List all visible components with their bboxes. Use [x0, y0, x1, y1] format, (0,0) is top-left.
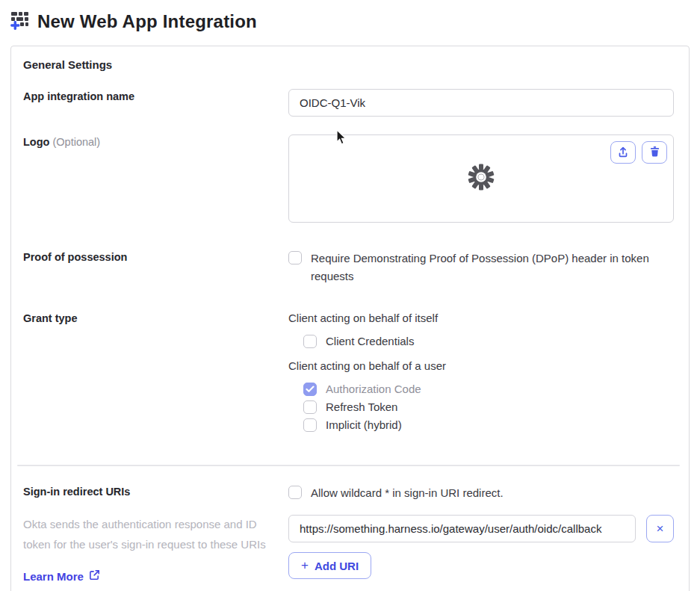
wildcard-checkbox-label: Allow wildcard * in sign-in URI redirect… — [311, 484, 504, 502]
wildcard-checkbox[interactable] — [288, 486, 302, 499]
logo-dropzone[interactable] — [288, 134, 674, 223]
redirect-uri-input[interactable] — [288, 515, 636, 542]
signin-redirect-uris-description: Okta sends the authentication response a… — [23, 514, 270, 554]
delete-logo-button[interactable] — [642, 141, 667, 164]
signin-redirect-uris-label: Sign-in redirect URIs — [23, 483, 288, 498]
app-name-input[interactable] — [288, 89, 674, 117]
section-divider — [17, 465, 680, 466]
upload-icon — [616, 145, 630, 161]
grant-type-label: Grant type — [23, 311, 288, 324]
logo-label: Logo (Optional) — [23, 134, 288, 148]
section-heading: General Settings — [23, 58, 674, 71]
learn-more-link[interactable]: Learn More — [23, 569, 288, 583]
refresh-token-label: Refresh Token — [326, 400, 397, 414]
authorization-code-checkbox[interactable] — [303, 383, 317, 396]
uri-input-row: × — [288, 515, 674, 542]
implicit-hybrid-checkbox[interactable] — [303, 418, 317, 432]
general-settings-card: General Settings App integration name Lo… — [10, 46, 690, 591]
dpop-checkbox-label: Require Demonstrating Proof of Possessio… — [311, 250, 674, 285]
check-icon — [306, 386, 315, 393]
logo-label-text: Logo — [23, 136, 49, 148]
close-icon: × — [657, 522, 664, 535]
app-grid-plus-icon — [10, 10, 30, 33]
upload-logo-button[interactable] — [610, 141, 636, 164]
add-uri-button[interactable]: + Add URI — [288, 552, 371, 579]
add-uri-label: Add URI — [315, 560, 359, 572]
external-link-icon — [89, 569, 100, 583]
authorization-code-label: Authorization Code — [326, 383, 421, 396]
learn-more-label: Learn More — [23, 570, 84, 583]
signin-redirect-uris-row: Sign-in redirect URIs Okta sends the aut… — [23, 483, 674, 591]
page-header: New Web App Integration — [0, 0, 700, 33]
plus-icon: + — [301, 558, 309, 573]
grant-type-row: Grant type Client acting on behalf of it… — [23, 311, 674, 442]
refresh-token-checkbox[interactable] — [303, 400, 317, 414]
trash-icon — [648, 145, 661, 160]
logo-row: Logo (Optional) — [23, 134, 674, 223]
dpop-checkbox[interactable] — [288, 251, 302, 264]
proof-of-possession-label: Proof of possession — [23, 250, 288, 263]
gear-icon — [466, 162, 496, 195]
logo-optional-text: (Optional) — [52, 136, 100, 148]
implicit-hybrid-label: Implicit (hybrid) — [326, 418, 402, 432]
remove-uri-button[interactable]: × — [646, 515, 674, 542]
signin-redirect-uris-right: Allow wildcard * in sign-in URI redirect… — [288, 483, 674, 591]
page-title: New Web App Integration — [37, 11, 257, 32]
app-name-label: App integration name — [23, 89, 288, 102]
client-credentials-checkbox[interactable] — [303, 335, 317, 348]
grant-group-heading-user: Client acting on behalf of a user — [288, 359, 674, 374]
client-credentials-label: Client Credentials — [326, 335, 414, 348]
proof-of-possession-row: Proof of possession Require Demonstratin… — [23, 250, 674, 285]
grant-group-heading-itself: Client acting on behalf of itself — [288, 311, 674, 326]
app-name-row: App integration name — [23, 89, 674, 117]
signin-redirect-uris-left: Sign-in redirect URIs Okta sends the aut… — [23, 483, 288, 583]
grant-type-options: Client acting on behalf of itself Client… — [288, 311, 674, 442]
